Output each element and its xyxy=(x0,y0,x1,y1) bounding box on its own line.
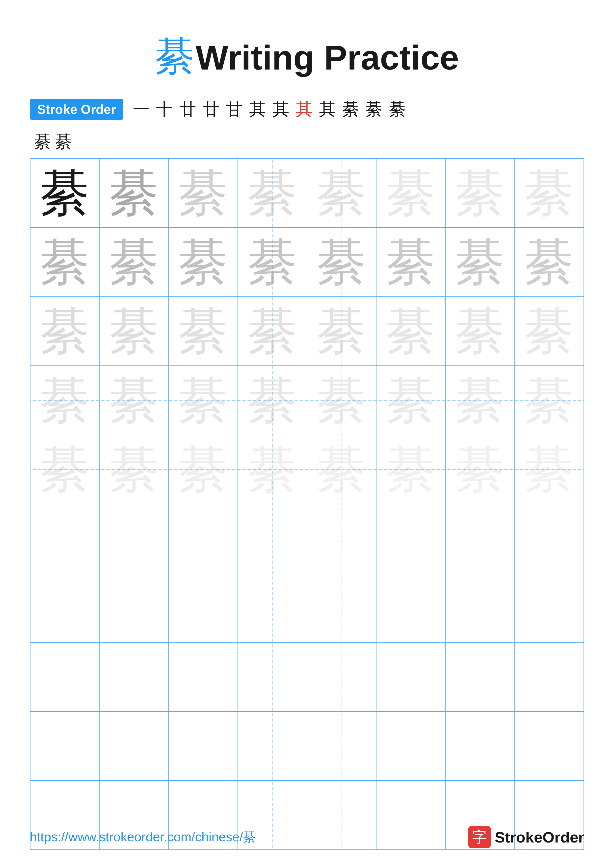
grid-cell-7-4 xyxy=(307,642,376,711)
stroke-char-7: 其 xyxy=(272,98,289,121)
practice-char: 綦 xyxy=(524,298,574,364)
grid-cell-0-2: 綦 xyxy=(169,158,238,227)
practice-char: 綦 xyxy=(455,367,505,434)
grid-cell-3-7: 綦 xyxy=(515,366,584,435)
stroke-char-12: 綦 xyxy=(389,98,406,121)
grid-cell-2-4: 綦 xyxy=(307,297,376,366)
practice-char: 綦 xyxy=(178,298,228,364)
grid-cell-1-5: 綦 xyxy=(376,227,445,296)
practice-char: 綦 xyxy=(455,160,505,226)
stroke-char-4: 廿 xyxy=(203,98,219,121)
grid-cell-2-1: 綦 xyxy=(99,297,168,366)
practice-char: 綦 xyxy=(317,160,366,226)
grid-cell-3-3: 綦 xyxy=(238,366,307,435)
logo-text: StrokeOrder xyxy=(494,828,584,846)
grid-cell-7-0 xyxy=(30,642,99,711)
grid-cell-6-7 xyxy=(515,573,584,642)
grid-cell-6-3 xyxy=(238,573,307,642)
grid-row-4: 綦 綦 綦 綦 綦 綦 綦 綦 xyxy=(30,435,584,504)
grid-cell-3-6: 綦 xyxy=(445,366,515,435)
grid-cell-8-7 xyxy=(515,711,584,780)
stroke-char-8: 其 xyxy=(296,98,312,121)
grid-cell-0-4: 綦 xyxy=(307,158,376,227)
grid-cell-5-5 xyxy=(376,504,445,573)
grid-cell-6-2 xyxy=(169,573,238,642)
grid-cell-2-3: 綦 xyxy=(238,297,307,366)
grid-cell-8-5 xyxy=(376,711,445,780)
title-text: Writing Practice xyxy=(196,38,459,77)
grid-cell-2-0: 綦 xyxy=(30,297,99,366)
grid-cell-1-0: 綦 xyxy=(30,227,99,296)
stroke-char-13: 綦 xyxy=(34,130,51,153)
grid-cell-5-2 xyxy=(169,504,238,573)
stroke-char-3: 廿 xyxy=(179,98,196,121)
practice-char: 綦 xyxy=(40,436,90,503)
grid-cell-5-0 xyxy=(30,504,99,573)
stroke-char-6: 其 xyxy=(249,98,266,121)
grid-cell-2-6: 綦 xyxy=(445,297,515,366)
grid-cell-0-3: 綦 xyxy=(238,158,307,227)
practice-char: 綦 xyxy=(455,229,505,295)
practice-char: 綦 xyxy=(386,436,436,503)
grid-cell-3-1: 綦 xyxy=(99,366,168,435)
practice-char: 綦 xyxy=(248,298,297,364)
grid-row-1: 綦 綦 綦 綦 綦 綦 綦 綦 xyxy=(30,227,584,296)
grid-cell-4-4: 綦 xyxy=(307,435,376,504)
practice-char: 綦 xyxy=(317,298,366,364)
practice-char: 綦 xyxy=(386,160,436,226)
practice-char: 綦 xyxy=(178,229,228,295)
grid-cell-1-6: 綦 xyxy=(445,227,515,296)
logo-char: 字 xyxy=(472,827,487,847)
practice-char: 綦 xyxy=(40,229,90,295)
grid-cell-4-0: 綦 xyxy=(30,435,99,504)
practice-char: 綦 xyxy=(178,160,228,226)
grid-cell-2-7: 綦 xyxy=(515,297,584,366)
title-chinese-char: 綦 xyxy=(155,34,195,78)
footer-url[interactable]: https://www.strokeorder.com/chinese/綦 xyxy=(30,828,256,846)
practice-char: 綦 xyxy=(248,367,297,434)
grid-cell-6-6 xyxy=(445,573,515,642)
practice-char: 綦 xyxy=(317,367,366,434)
grid-cell-6-0 xyxy=(30,573,99,642)
footer-logo: 字 StrokeOrder xyxy=(468,826,584,848)
practice-char: 綦 xyxy=(386,298,436,364)
grid-row-6 xyxy=(30,573,584,642)
practice-char: 綦 xyxy=(109,298,159,364)
practice-char: 綦 xyxy=(40,160,90,226)
stroke-order-badge: Stroke Order xyxy=(30,99,123,120)
grid-cell-8-3 xyxy=(238,711,307,780)
practice-char: 綦 xyxy=(455,298,505,364)
grid-cell-7-6 xyxy=(445,642,515,711)
grid-cell-0-1: 綦 xyxy=(99,158,168,227)
grid-cell-3-0: 綦 xyxy=(30,366,99,435)
grid-cell-5-7 xyxy=(515,504,584,573)
practice-char: 綦 xyxy=(386,229,436,295)
practice-char: 綦 xyxy=(248,160,297,226)
grid-cell-5-4 xyxy=(307,504,376,573)
practice-char: 綦 xyxy=(248,436,297,503)
grid-cell-4-6: 綦 xyxy=(445,435,515,504)
practice-char: 綦 xyxy=(248,229,297,295)
grid-cell-4-5: 綦 xyxy=(376,435,445,504)
stroke-char-5: 甘 xyxy=(226,98,243,121)
practice-char: 綦 xyxy=(178,367,228,434)
grid-cell-2-5: 綦 xyxy=(376,297,445,366)
stroke-char-14: 綦 xyxy=(55,130,72,153)
title-section: 綦 Writing Practice xyxy=(30,30,584,83)
grid-cell-4-7: 綦 xyxy=(515,435,584,504)
grid-cell-1-2: 綦 xyxy=(169,227,238,296)
grid-cell-7-1 xyxy=(99,642,168,711)
grid-cell-5-3 xyxy=(238,504,307,573)
practice-char: 綦 xyxy=(109,229,159,295)
grid-cell-7-2 xyxy=(169,642,238,711)
grid-cell-7-7 xyxy=(515,642,584,711)
practice-char: 綦 xyxy=(386,367,436,434)
practice-char: 綦 xyxy=(317,436,366,503)
grid-cell-4-1: 綦 xyxy=(99,435,168,504)
grid-cell-1-7: 綦 xyxy=(515,227,584,296)
grid-cell-6-1 xyxy=(99,573,168,642)
grid-cell-0-7: 綦 xyxy=(515,158,584,227)
practice-char: 綦 xyxy=(524,367,574,434)
practice-char: 綦 xyxy=(40,298,90,364)
stroke-char-10: 綦 xyxy=(342,98,359,121)
